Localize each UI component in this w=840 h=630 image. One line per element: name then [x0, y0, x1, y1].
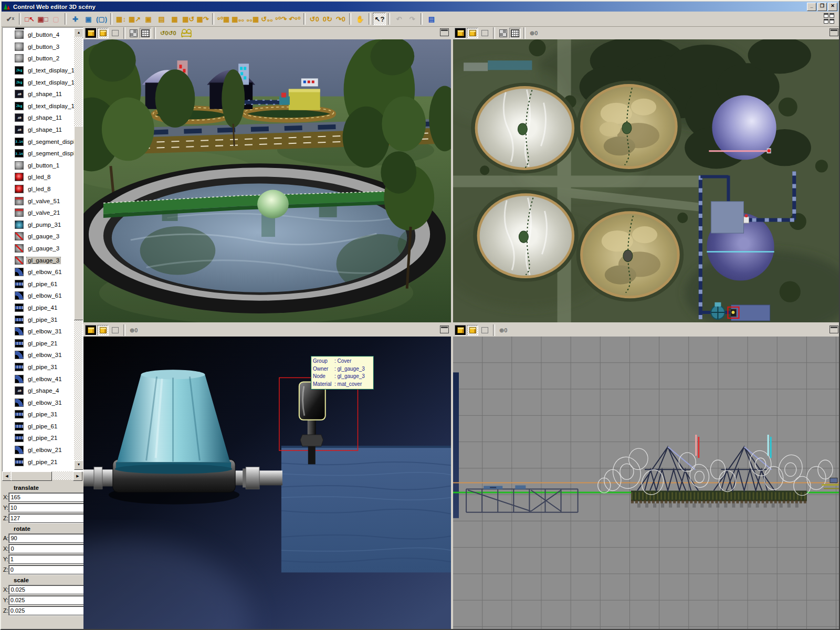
maximize-button[interactable]: ❐ [817, 3, 827, 11]
confirm-edit-button[interactable]: ✔ˣ [4, 13, 17, 25]
tree-item-gl_valve_21[interactable]: gl_valve_21 [4, 207, 74, 219]
tree-item-gl_gauge_3[interactable]: gl_gauge_3 [4, 254, 74, 266]
translate-y-input[interactable] [8, 503, 87, 513]
tree-item-gl_elbow_61[interactable]: gl_elbow_61 [4, 266, 74, 278]
tree-item-gl_elbow_31[interactable]: gl_elbow_31 [4, 396, 74, 408]
tree-item-gl_elbow_41[interactable]: gl_elbow_41 [4, 373, 74, 385]
render-solid-button[interactable] [455, 325, 466, 335]
hand-pan-button[interactable]: ✋ [353, 13, 366, 25]
render-shaded-button[interactable] [467, 325, 478, 335]
pan-camera-button[interactable]: ✚ [69, 13, 82, 25]
tree-item-gl_shape_11[interactable]: ▲●gl_shape_11 [4, 124, 74, 136]
translate-z-input[interactable] [8, 513, 87, 523]
rotate-x-90-button[interactable]: ⁹⁰▦ [216, 13, 231, 25]
rotate-joints-tool[interactable]: ↺0↺0 [158, 28, 178, 38]
move-axis-button[interactable]: ▦↕ [114, 13, 128, 25]
viewport-side-canvas[interactable] [453, 337, 840, 630]
rotate-a-input[interactable] [8, 533, 87, 543]
tree-item-gl_pipe_61[interactable]: gl_pipe_61 [4, 278, 74, 290]
rotate-object-axis-button[interactable]: ▦↷ [195, 13, 209, 25]
tree-item-gl_led_8[interactable]: gl_led_8 [4, 171, 74, 183]
tree-item-gl_pump_31[interactable]: gl_pump_31 [4, 219, 74, 231]
rotate-y-90-button[interactable]: ▦₉₀ [230, 13, 245, 25]
render-solid-button[interactable] [85, 325, 97, 335]
grid-background-button[interactable] [509, 28, 521, 38]
window-layout-icon[interactable] [824, 13, 835, 25]
scroll-thumb[interactable] [11, 471, 52, 481]
tree-item-gl_pipe_31[interactable]: gl_pipe_31 [4, 408, 74, 421]
select-object-button[interactable]: □↖ [23, 13, 36, 25]
scale-in-box-button[interactable]: ▣ [142, 13, 155, 25]
tree-item-gl_shape_11[interactable]: ▲●gl_shape_11 [4, 88, 74, 100]
viewport-perspective-canvas[interactable] [83, 39, 451, 322]
attach-node-button[interactable]: ▤ [155, 13, 168, 25]
select-hidden-button[interactable]: ▢ [49, 13, 62, 25]
minimize-button[interactable]: _ [807, 3, 816, 11]
titlebar[interactable]: Control Web editor 3D scény _❐✕ [2, 2, 838, 12]
rotate-object-button[interactable]: ▦↺ [181, 13, 195, 25]
tree-item-gl_button_2[interactable]: gl_button_2 [4, 52, 74, 65]
rotate-z-neg90-button[interactable]: ↶⁹⁰ [288, 13, 301, 25]
tree-item-gl_segment_displ[interactable]: 3.14gl_segment_displ [4, 148, 74, 160]
camera-tool[interactable] [179, 28, 195, 38]
scroll-down-button[interactable]: ▼ [74, 460, 83, 470]
scroll-right-button[interactable]: ▶ [73, 471, 82, 481]
viewport-maximize-button[interactable] [830, 326, 838, 333]
tree-item-gl_elbow_31[interactable]: gl_elbow_31 [4, 349, 74, 361]
grid-background-button[interactable] [140, 28, 151, 38]
checker-background-button[interactable] [128, 28, 139, 38]
scale-z-input[interactable] [8, 606, 87, 616]
undo-button[interactable]: ↶ [392, 13, 405, 25]
render-wireframe-button[interactable] [109, 28, 121, 38]
select-group-button[interactable]: ▣□ [36, 13, 49, 25]
tree-item-gl_elbow_31[interactable]: gl_elbow_31 [4, 326, 74, 338]
rotate-z-input[interactable] [8, 565, 87, 575]
tree-item-gl_shape_11[interactable]: ▲●gl_shape_11 [4, 112, 74, 124]
tree-item-gl_pipe_61[interactable]: gl_pipe_61 [4, 421, 74, 433]
reset-rotation-a-button[interactable]: ↺0 [308, 13, 321, 25]
export-scene-button[interactable]: ▤ [425, 13, 438, 25]
viewport-maximize-button[interactable] [440, 326, 449, 333]
scroll-thumb[interactable] [74, 126, 83, 320]
scale-y-input[interactable] [8, 595, 87, 605]
reset-rotation-c-button[interactable]: ↷0 [334, 13, 347, 25]
tree-vertical-scrollbar[interactable]: ▲ ▼ [74, 28, 82, 470]
move-free-button[interactable]: ▦↗ [128, 13, 142, 25]
viewport-top-canvas[interactable] [453, 39, 840, 322]
viewport-maximize-button[interactable] [440, 28, 449, 36]
render-shaded-button[interactable] [467, 28, 478, 38]
render-wireframe-button[interactable] [109, 325, 121, 335]
render-shaded-button[interactable] [97, 325, 109, 335]
tree-item-gl_button_4[interactable]: gl_button_4 [4, 29, 74, 41]
tree-item-gl_elbow_61[interactable]: gl_elbow_61 [4, 290, 74, 302]
render-solid-button[interactable] [85, 28, 97, 38]
tree-item-gl_segment_displ[interactable]: 3.14gl_segment_displ [4, 135, 74, 148]
redo-button[interactable]: ↷ [405, 13, 418, 25]
tree-item-gl_gauge_3[interactable]: gl_gauge_3 [4, 230, 74, 243]
rotate-z-90-button[interactable]: ₉₀▦ [245, 13, 260, 25]
scale-x-input[interactable] [8, 585, 87, 595]
tree-item-gl_text_display_1[interactable]: 2kggl_text_display_1 [4, 100, 74, 112]
zoom-camera-button[interactable]: ▣ [82, 13, 95, 25]
tree-horizontal-scrollbar[interactable]: ◀ ▶ [2, 471, 82, 480]
reset-rotation-b-button[interactable]: 0↻ [321, 13, 334, 25]
rotate-y-neg90-button[interactable]: ⁹⁰↷ [274, 13, 288, 25]
pan-origin-tool[interactable]: ⊕0 [528, 28, 540, 38]
pan-origin-tool[interactable]: ⊕0 [497, 325, 509, 335]
render-wireframe-button[interactable] [479, 325, 490, 335]
tree-item-gl_elbow_21[interactable]: gl_elbow_21 [4, 444, 74, 456]
checker-background-button[interactable] [497, 28, 509, 38]
viewport-detail-canvas[interactable] [83, 337, 451, 630]
tree-item-gl_pipe_21[interactable]: gl_pipe_21 [4, 456, 74, 468]
rotate-x-neg90-button[interactable]: ↺₉₀ [260, 13, 274, 25]
tree-item-gl_valve_51[interactable]: gl_valve_51 [4, 195, 74, 207]
tree-item-gl_button_3[interactable]: gl_button_3 [4, 41, 74, 53]
tree-item-gl_text_display_1[interactable]: 2kggl_text_display_1 [4, 76, 74, 88]
render-wireframe-button[interactable] [479, 28, 490, 38]
translate-x-input[interactable] [8, 492, 87, 502]
context-help-button[interactable]: ↖? [373, 13, 386, 25]
close-button[interactable]: ✕ [828, 3, 837, 11]
tree-item-gl_pipe_31[interactable]: gl_pipe_31 [4, 361, 74, 373]
tree-item-gl_pipe_41[interactable]: gl_pipe_41 [4, 302, 74, 314]
pan-origin-tool[interactable]: ⊕0 [128, 325, 140, 335]
